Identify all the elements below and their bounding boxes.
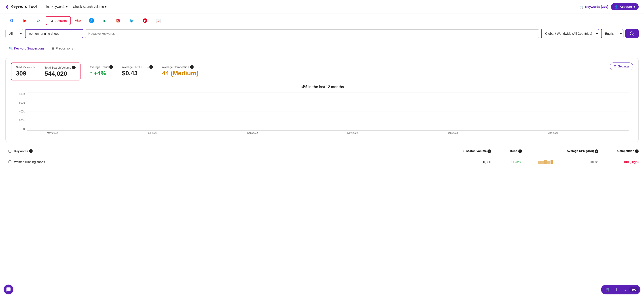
- negative-keywords-input[interactable]: [85, 29, 539, 38]
- table-header-competition: Competition i: [603, 149, 639, 153]
- prepositions-icon: ☰: [52, 47, 54, 50]
- avg-cpc-label: Average CPC (USD) i: [122, 65, 153, 69]
- table-header-trend: Trend i: [496, 149, 536, 153]
- twitter-icon: 🐦: [130, 18, 134, 23]
- competition-header-info-icon[interactable]: i: [635, 150, 639, 153]
- table-section: Keywords i ↓ Search Volume i Trend i Ave…: [0, 146, 644, 168]
- pinterest-icon: P: [143, 18, 147, 23]
- row-trend: ↑ +23%: [496, 160, 536, 164]
- x-label-jul2022: Jul 2022: [128, 131, 177, 137]
- avg-competition-value: 44 (Medium): [162, 70, 198, 77]
- avg-competition-label: Average Competition i: [162, 65, 198, 69]
- ebay-icon: eBay: [76, 18, 80, 23]
- filter-select[interactable]: All: [5, 29, 23, 38]
- source-tab-playstore[interactable]: ▶: [98, 16, 111, 25]
- tab-keyword-suggestions[interactable]: 🔍 Keyword Suggestions: [5, 44, 48, 53]
- total-volume-group: Total Search Volume i 544,020: [44, 66, 76, 77]
- source-tab-pinterest[interactable]: P: [139, 16, 152, 25]
- svg-rect-4: [541, 161, 544, 164]
- row-checkbox[interactable]: [8, 161, 12, 163]
- source-tab-instagram[interactable]: [112, 16, 124, 25]
- row-competition: 100 (High): [603, 160, 639, 164]
- row-checkbox-col: [5, 161, 14, 163]
- row-sparkline: [536, 159, 558, 165]
- chart-bars-container: May 2022 Jul 2022 Sep 2022 Nov 2022 Jan …: [26, 93, 628, 137]
- settings-gear-icon: ⚙: [614, 65, 616, 68]
- avg-trend-group: Average Trend i ↑ +4%: [90, 63, 113, 80]
- google-icon: G: [10, 18, 14, 23]
- row-cpc: $0.85: [558, 160, 603, 164]
- source-tab-appstore[interactable]: A: [85, 16, 98, 25]
- total-keywords-group: Total Keywords 309: [16, 66, 36, 77]
- svg-rect-3: [538, 161, 541, 164]
- row-keyword: women running shoes: [14, 160, 455, 164]
- chart-area: 800k 600k 400k 200k 0: [11, 93, 633, 137]
- avg-trend-info-icon[interactable]: i: [109, 65, 113, 69]
- chart-x-labels: May 2022 Jul 2022 Sep 2022 Nov 2022 Jan …: [26, 131, 628, 137]
- playstore-icon: ▶: [103, 18, 107, 23]
- header-nav: Find Keywords ▾ Check Search Volume ▾: [42, 4, 109, 10]
- avg-competition-group: Average Competition i 44 (Medium): [162, 63, 198, 80]
- avg-cpc-value: $0.43: [122, 70, 153, 77]
- trend-header-info-icon[interactable]: i: [518, 150, 522, 153]
- stats-row: Total Keywords 309 Total Search Volume i…: [11, 63, 633, 80]
- source-tab-bing[interactable]: b: [32, 16, 45, 25]
- avg-competition-info-icon[interactable]: i: [190, 65, 194, 69]
- source-tab-youtube[interactable]: ▶: [19, 16, 31, 25]
- cpc-header-info-icon[interactable]: i: [595, 150, 598, 153]
- svg-point-2: [119, 19, 120, 20]
- source-tab-ebay[interactable]: eBay: [72, 16, 84, 25]
- account-button[interactable]: 👤 Account ▾: [611, 3, 639, 10]
- language-select[interactable]: English: [601, 29, 624, 38]
- logo-text: Keyword Tool: [10, 4, 37, 9]
- source-tab-amazon[interactable]: a Amazon: [46, 16, 71, 25]
- avg-trend-label: Average Trend i: [90, 65, 113, 69]
- chart-y-axis: 800k 600k 400k 200k 0: [16, 93, 26, 137]
- volume-header-info-icon[interactable]: i: [488, 150, 491, 153]
- x-label-may2022: May 2022: [28, 131, 77, 137]
- table-select-all-col: [5, 150, 14, 153]
- total-keywords-value: 309: [16, 70, 36, 77]
- search-icon: [630, 31, 634, 36]
- svg-rect-0: [116, 19, 120, 23]
- table-header: Keywords i ↓ Search Volume i Trend i Ave…: [5, 146, 639, 156]
- amazon-label: Amazon: [56, 19, 67, 22]
- select-all-checkbox[interactable]: [8, 150, 12, 153]
- source-tab-trends[interactable]: 📈: [152, 16, 165, 25]
- x-label-sep2022: Sep 2022: [228, 131, 277, 137]
- grid-line-3: [27, 121, 628, 121]
- svg-rect-5: [544, 160, 547, 164]
- keywords-cart-button[interactable]: 🛒 Keywords (379): [580, 5, 608, 9]
- tab-prepositions[interactable]: ☰ Prepositions: [48, 44, 76, 53]
- x-label-mar2023: Mar 2023: [528, 131, 577, 137]
- appstore-icon: A: [89, 18, 94, 23]
- country-select[interactable]: Global / Worldwide (All Countries): [541, 29, 599, 38]
- svg-rect-6: [548, 161, 550, 164]
- source-tab-google[interactable]: G: [5, 16, 18, 25]
- find-keywords-dropdown-icon: ▾: [66, 5, 68, 9]
- find-keywords-nav[interactable]: Find Keywords ▾: [42, 4, 70, 10]
- settings-button[interactable]: ⚙ Settings: [610, 63, 633, 70]
- header-left: ❮ Keyword Tool Find Keywords ▾ Check Sea…: [5, 4, 109, 10]
- sort-down-icon: ↓: [463, 149, 464, 153]
- sub-tabs: 🔍 Keyword Suggestions ☰ Prepositions: [0, 44, 644, 53]
- check-search-volume-nav[interactable]: Check Search Volume ▾: [71, 4, 109, 10]
- source-tab-twitter[interactable]: 🐦: [126, 16, 138, 25]
- instagram-icon: [116, 18, 120, 23]
- trend-up-arrow: ↑: [510, 160, 512, 164]
- trends-icon: 📈: [156, 18, 161, 23]
- sparkline-chart: [538, 159, 556, 165]
- table-header-keywords: Keywords i: [14, 149, 455, 153]
- main-search-input[interactable]: [25, 29, 83, 38]
- total-volume-info-icon[interactable]: i: [72, 66, 76, 69]
- avg-cpc-info-icon[interactable]: i: [149, 65, 153, 69]
- logo[interactable]: ❮ Keyword Tool: [5, 4, 37, 10]
- keywords-header-info-icon[interactable]: i: [29, 149, 33, 153]
- stats-bordered-group: Total Keywords 309 Total Search Volume i…: [11, 63, 80, 80]
- total-volume-value: 544,020: [44, 70, 76, 77]
- svg-rect-7: [550, 160, 553, 164]
- trend-arrow: ↑: [90, 70, 92, 77]
- cart-icon: 🛒: [580, 5, 584, 9]
- search-button[interactable]: [625, 29, 639, 38]
- avg-trend-value: ↑ +4%: [90, 70, 113, 77]
